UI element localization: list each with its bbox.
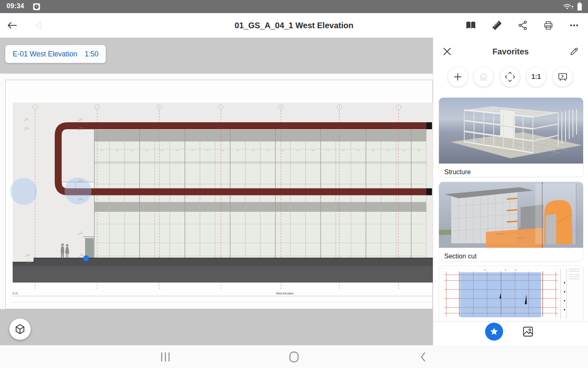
- favorite-card-section-cut[interactable]: Section cut: [439, 182, 583, 261]
- more-button[interactable]: [565, 16, 583, 34]
- recents-icon: [160, 352, 171, 362]
- screenshot-icon: [33, 3, 40, 11]
- wifi-icon: [563, 2, 574, 11]
- home-icon: [289, 351, 299, 363]
- print-button[interactable]: [539, 16, 557, 34]
- sheet-code-text: E-01: [13, 292, 18, 295]
- status-time: 09:34: [7, 2, 24, 10]
- back-icon: [419, 352, 428, 362]
- badge-sheet-name: E-01 West Elevation: [13, 50, 77, 58]
- panel-edit-button[interactable]: [566, 43, 582, 60]
- drawing-viewport[interactable]: 1234567: [0, 38, 433, 345]
- app-toolbar: 01_GS_A_04_1 West Elevation: [0, 13, 588, 38]
- nav-back-button[interactable]: [412, 349, 435, 365]
- panel-tabbar: [433, 321, 588, 346]
- app-root: 09:34: [0, 0, 588, 368]
- home-view-button-disabled[interactable]: [474, 67, 493, 87]
- viewport-bottom-strip: [0, 309, 433, 345]
- card-label: Structure: [439, 165, 583, 177]
- tab-images[interactable]: [521, 324, 535, 339]
- sheet-titleblock: E-01 West Elevation: [13, 292, 433, 302]
- add-favorite-button[interactable]: [448, 67, 468, 87]
- nav-recents-button[interactable]: [154, 349, 177, 365]
- markup-circle-left: [10, 178, 37, 205]
- structure-thumbnail: [439, 98, 583, 164]
- view-title-text: West Elevation: [276, 292, 294, 295]
- zoom-1-1-button[interactable]: 1:1: [526, 67, 546, 87]
- card-label: Section cut: [439, 249, 583, 261]
- model-3d-button[interactable]: [9, 319, 31, 340]
- favorites-star-icon: [489, 327, 499, 337]
- status-right-icons: [563, 2, 582, 11]
- home-icon: [478, 72, 489, 82]
- sheets-book-icon: [466, 20, 476, 31]
- sheet-badge[interactable]: E-01 West Elevation 1:50: [5, 45, 106, 63]
- favorite-card-structure[interactable]: Structure: [439, 98, 583, 177]
- section-cut-thumbnail: [439, 182, 583, 248]
- more-icon: [569, 20, 579, 31]
- battery-icon: [577, 2, 582, 11]
- add-icon: [453, 72, 463, 82]
- print-icon: [543, 20, 554, 31]
- status-bar: 09:34: [0, 0, 588, 13]
- measure-ruler-icon: [491, 20, 503, 31]
- ground: [13, 258, 433, 283]
- share-icon: [517, 20, 528, 31]
- android-navbar: [0, 345, 588, 368]
- edit-pencil-icon: [569, 46, 579, 57]
- west-elevation-drawing: 1234567: [6, 80, 433, 310]
- tab-favorites[interactable]: [485, 323, 503, 341]
- nav-home-button[interactable]: [283, 349, 305, 365]
- badge-scale: 1:50: [85, 50, 98, 58]
- images-icon: [522, 325, 534, 338]
- present-button[interactable]: [553, 67, 572, 87]
- pan-mode-button[interactable]: [500, 67, 520, 87]
- panel-title: Favorites: [433, 43, 588, 60]
- share-button[interactable]: [514, 16, 532, 34]
- favorites-panel: Favorites: [433, 38, 588, 345]
- measure-button[interactable]: [488, 16, 506, 34]
- markup-circle-entrance: [65, 177, 91, 204]
- cube-3d-icon: [14, 323, 26, 335]
- present-screen-icon: [557, 71, 568, 83]
- location-dot: [83, 256, 89, 261]
- sheets-button[interactable]: [462, 16, 480, 34]
- drawing-sheet[interactable]: 1234567: [5, 80, 433, 309]
- pan-move-icon: [504, 71, 516, 83]
